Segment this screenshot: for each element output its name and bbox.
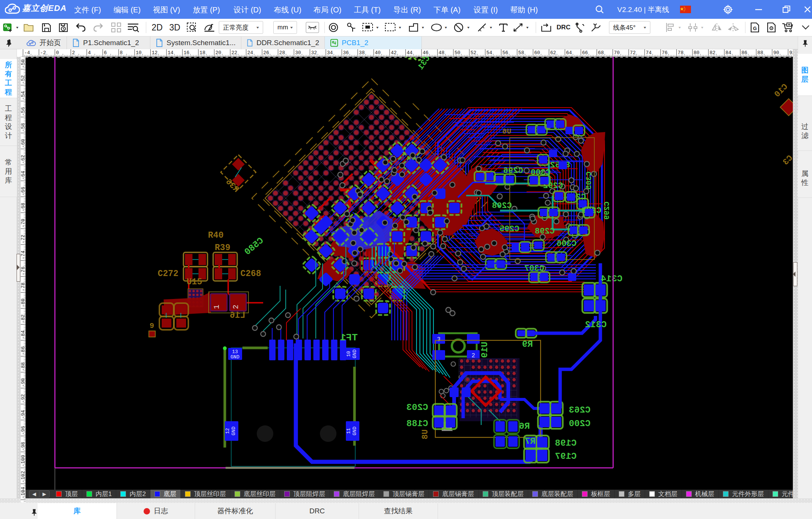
svg-text:-94: -94 — [21, 410, 26, 419]
svg-text:C306: C306 — [557, 239, 577, 249]
svg-text:13: 13 — [232, 349, 238, 355]
svg-text:C203: C203 — [406, 402, 428, 413]
svg-text:-84: -84 — [21, 330, 26, 339]
svg-text:C200: C200 — [569, 419, 591, 429]
svg-text:-64: -64 — [21, 171, 26, 180]
svg-text:42: 42 — [391, 50, 397, 56]
svg-text:80: 80 — [694, 50, 700, 56]
svg-text:26: 26 — [263, 50, 269, 56]
svg-text:50: 50 — [454, 50, 461, 56]
svg-text:68: 68 — [598, 50, 604, 56]
svg-text:-4: -4 — [24, 50, 30, 56]
svg-text:-82: -82 — [21, 314, 26, 323]
svg-text:44: 44 — [407, 50, 413, 56]
svg-text:C295: C295 — [500, 225, 520, 234]
svg-text:38: 38 — [359, 50, 365, 56]
svg-text:U19: U19 — [480, 341, 490, 358]
svg-text:-88: -88 — [21, 362, 26, 371]
svg-text:48: 48 — [439, 50, 445, 56]
svg-text:TF1: TF1 — [340, 332, 358, 343]
svg-text:-76: -76 — [21, 267, 26, 275]
svg-text:34: 34 — [327, 50, 333, 56]
svg-text:-96: -96 — [21, 426, 26, 435]
svg-text:-56: -56 — [21, 107, 26, 116]
svg-text:-62: -62 — [21, 155, 26, 164]
svg-text:-78: -78 — [21, 282, 26, 291]
svg-text:12: 12 — [151, 50, 158, 56]
svg-text:G: G — [753, 26, 757, 31]
svg-text:76: 76 — [662, 50, 668, 56]
svg-text:28: 28 — [279, 50, 285, 56]
svg-text:18: 18 — [200, 50, 206, 56]
svg-text:U6: U6 — [502, 127, 511, 136]
svg-text:4: 4 — [88, 50, 91, 56]
svg-text:58: 58 — [518, 50, 524, 56]
svg-text:64: 64 — [566, 50, 572, 56]
svg-text:10: 10 — [136, 50, 142, 56]
svg-text:-60: -60 — [21, 139, 26, 148]
svg-text:40: 40 — [375, 50, 381, 56]
svg-text:3: 3 — [437, 336, 441, 343]
svg-text:GND: GND — [231, 426, 236, 436]
svg-text:-86: -86 — [21, 346, 26, 355]
svg-text:-50: -50 — [21, 59, 26, 68]
svg-text:C305: C305 — [585, 171, 593, 190]
svg-text:GND: GND — [230, 354, 239, 360]
svg-text:L16: L16 — [230, 311, 245, 320]
svg-text:C299: C299 — [603, 202, 611, 220]
svg-text:62: 62 — [550, 50, 556, 56]
svg-text:52: 52 — [470, 50, 476, 56]
svg-text:0: 0 — [56, 50, 59, 56]
svg-text:-54: -54 — [21, 91, 26, 100]
svg-text:C268: C268 — [240, 269, 261, 279]
svg-text:U8: U8 — [421, 429, 430, 439]
svg-text:16: 16 — [183, 50, 189, 56]
svg-text:-68: -68 — [21, 203, 26, 211]
svg-text:60: 60 — [534, 50, 540, 56]
svg-text:30: 30 — [295, 50, 301, 56]
svg-text:10: 10 — [346, 351, 351, 357]
svg-text:88: 88 — [757, 50, 764, 56]
svg-text:-2: -2 — [40, 50, 46, 56]
svg-text:GND: GND — [352, 349, 358, 358]
svg-text:R39: R39 — [215, 243, 230, 253]
svg-text:36: 36 — [343, 50, 349, 56]
svg-text:-74: -74 — [21, 250, 26, 260]
svg-text:6: 6 — [104, 50, 107, 56]
svg-text:72: 72 — [630, 50, 636, 56]
svg-text:-98: -98 — [21, 442, 26, 451]
svg-text:C263: C263 — [569, 405, 591, 415]
svg-text:11: 11 — [346, 428, 351, 434]
svg-text:C312: C312 — [585, 320, 607, 330]
svg-text:70: 70 — [614, 50, 620, 56]
svg-text:74: 74 — [646, 50, 652, 56]
svg-text:20: 20 — [215, 50, 221, 56]
svg-text:92: 92 — [789, 50, 793, 56]
svg-text:C197: C197 — [555, 451, 577, 461]
svg-text:8: 8 — [120, 50, 123, 56]
svg-text:90: 90 — [773, 50, 779, 56]
svg-text:54: 54 — [486, 50, 492, 56]
svg-text:22: 22 — [231, 50, 237, 56]
svg-text:C208: C208 — [492, 201, 512, 211]
svg-text:R6: R6 — [519, 421, 530, 431]
svg-text:-80: -80 — [21, 299, 26, 307]
svg-text:R7: R7 — [525, 436, 536, 446]
svg-text:56: 56 — [502, 50, 508, 56]
svg-text:-66: -66 — [21, 187, 26, 196]
svg-text:-70: -70 — [21, 219, 26, 228]
svg-text:32: 32 — [311, 50, 317, 56]
svg-text:R9: R9 — [522, 339, 533, 349]
svg-text:R40: R40 — [208, 231, 223, 240]
svg-text:C198: C198 — [555, 438, 577, 448]
svg-text:C272: C272 — [158, 269, 178, 279]
svg-text:24: 24 — [247, 50, 253, 56]
svg-text:-58: -58 — [21, 123, 26, 132]
svg-text:C298: C298 — [535, 227, 555, 236]
svg-text:12: 12 — [225, 428, 230, 434]
svg-text:-72: -72 — [21, 235, 26, 243]
svg-text:78: 78 — [678, 50, 684, 56]
svg-text:U15: U15 — [186, 277, 202, 287]
svg-text:46: 46 — [423, 50, 429, 56]
svg-text:14: 14 — [168, 50, 174, 56]
